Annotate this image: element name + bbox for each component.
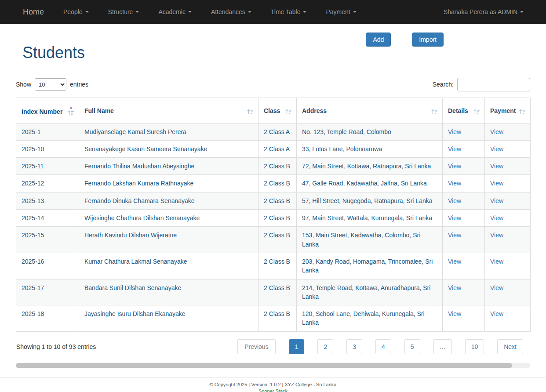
details-view-link[interactable]: View [448, 163, 461, 170]
sort-icon [473, 109, 480, 115]
add-button[interactable]: Add [366, 33, 391, 47]
payment-view-link[interactable]: View [490, 284, 503, 291]
cell-full-name: Bandara Sunil Dilshan Senanayake [79, 279, 258, 305]
column-header-class[interactable]: Class [258, 98, 297, 123]
nav-item-payment[interactable]: Payment [319, 0, 363, 24]
column-header-details[interactable]: Details [443, 98, 485, 123]
column-header-full-name[interactable]: Full Name [79, 98, 258, 123]
details-view-link[interactable]: View [448, 258, 461, 265]
cell-class: 2 Class A [258, 140, 297, 157]
page-button-1[interactable]: 1 [289, 339, 305, 354]
caret-down-icon [85, 11, 89, 13]
entries-label: entries [70, 81, 88, 88]
details-view-link[interactable]: View [448, 180, 461, 187]
site-footer: © Copyright 2025 | Version: 1.0.2 | XYZ … [0, 377, 546, 392]
column-header-address[interactable]: Address [297, 98, 443, 123]
user-menu-label: Shanaka Perera as ADMIN [444, 8, 517, 15]
sooner-stack-link[interactable]: Sooner Stack [0, 388, 546, 392]
page: Home People Structure Academic Attendanc… [0, 0, 546, 392]
page-button-2[interactable]: 2 [317, 339, 333, 354]
cell-full-name: Fernando Thilina Madushan Abeysinghe [79, 158, 258, 175]
payment-view-link[interactable]: View [490, 180, 503, 187]
sort-icons [473, 109, 480, 115]
column-label: Payment [490, 107, 516, 115]
cell-index-number: 2025-13 [16, 192, 79, 209]
column-header-index-number[interactable]: Index Number ▲ [16, 98, 79, 123]
caret-down-icon [353, 11, 357, 13]
payment-view-link[interactable]: View [490, 310, 503, 317]
cell-details: View [443, 279, 485, 305]
cell-payment: View [485, 253, 531, 279]
nav-item-people[interactable]: People [57, 0, 95, 24]
cell-address: 47, Galle Road, Kadawatha, Jaffna, Sri L… [297, 175, 443, 192]
cell-class: 2 Class B [258, 192, 297, 209]
sort-asc-icon: ▲ [69, 106, 73, 109]
cell-payment: View [485, 227, 531, 253]
sort-icons [247, 109, 254, 115]
cell-address: 203, Kandy Road, Homagama, Trincomalee, … [297, 253, 443, 279]
table-header-row: Index Number ▲ Full Name [16, 98, 531, 123]
cell-index-number: 2025-11 [16, 158, 79, 175]
details-view-link[interactable]: View [448, 214, 461, 221]
sort-icon [68, 110, 74, 116]
payment-view-link[interactable]: View [490, 214, 503, 221]
cell-payment: View [485, 158, 531, 175]
cell-class: 2 Class B [258, 227, 297, 253]
column-label: Full Name [84, 107, 114, 115]
cell-class: 2 Class A [258, 123, 297, 140]
nav-item-label: Payment [326, 8, 350, 15]
cell-address: 97, Main Street, Wattala, Kurunegala, Sr… [297, 210, 443, 227]
cell-payment: View [485, 210, 531, 227]
column-header-payment[interactable]: Payment [485, 98, 531, 123]
page-button-5[interactable]: 5 [404, 339, 420, 354]
cell-address: 120, School Lane, Dehiwala, Kurunegala, … [297, 305, 443, 332]
details-view-link[interactable]: View [448, 197, 461, 204]
payment-view-link[interactable]: View [490, 258, 503, 265]
cell-address: 214, Temple Road, Kottawa, Anuradhapura,… [297, 279, 443, 305]
payment-view-link[interactable]: View [490, 232, 503, 239]
column-label: Index Number [22, 108, 62, 116]
nav-item-label: Structure [108, 8, 133, 15]
details-view-link[interactable]: View [448, 128, 461, 135]
payment-view-link[interactable]: View [490, 145, 503, 152]
payment-view-link[interactable]: View [490, 197, 503, 204]
entries-select[interactable]: 10 [35, 78, 66, 91]
table-row: 2025-11 Fernando Thilina Madushan Abeysi… [16, 158, 531, 175]
nav-home[interactable]: Home [16, 7, 51, 17]
payment-view-link[interactable]: View [490, 163, 503, 170]
cell-payment: View [485, 192, 531, 209]
nav-item-academic[interactable]: Academic [152, 0, 198, 24]
caret-down-icon [135, 11, 139, 13]
previous-page-button[interactable]: Previous [237, 339, 275, 354]
page-ellipsis: … [433, 339, 452, 354]
cell-payment: View [485, 175, 531, 192]
details-view-link[interactable]: View [448, 310, 461, 317]
caret-down-icon [303, 11, 306, 13]
next-page-button[interactable]: Next [497, 339, 523, 354]
column-label: Class [264, 107, 280, 115]
page-button-10[interactable]: 10 [465, 339, 484, 354]
nav-item-time-table[interactable]: Time Table [264, 0, 313, 24]
nav-item-structure[interactable]: Structure [102, 0, 146, 24]
import-button[interactable]: Import [412, 33, 444, 47]
nav-item-label: People [63, 8, 83, 15]
payment-view-link[interactable]: View [490, 128, 503, 135]
details-view-link[interactable]: View [448, 232, 461, 239]
cell-full-name: Fernando Dinuka Chamara Senanayake [79, 192, 258, 209]
cell-full-name: Mudiyanselage Kamal Suresh Perera [79, 123, 258, 140]
sort-icon [431, 109, 438, 115]
user-menu[interactable]: Shanaka Perera as ADMIN [437, 0, 530, 24]
search-input[interactable] [457, 78, 530, 91]
details-view-link[interactable]: View [448, 284, 461, 291]
page-button-4[interactable]: 4 [375, 339, 391, 354]
cell-full-name: Kumar Chathura Lakmal Senanayake [79, 253, 258, 279]
details-view-link[interactable]: View [448, 145, 461, 152]
pagination: Previous 1 2 3 4 5 … 10 Next [237, 339, 523, 354]
nav-item-attendances[interactable]: Attendances [204, 0, 258, 24]
sort-icon [285, 109, 292, 115]
cell-index-number: 2025-12 [16, 175, 79, 192]
sort-icons [285, 109, 292, 115]
page-button-3[interactable]: 3 [346, 339, 362, 354]
horizontal-scrollbar-thumb[interactable] [16, 363, 512, 368]
cell-payment: View [485, 279, 531, 305]
